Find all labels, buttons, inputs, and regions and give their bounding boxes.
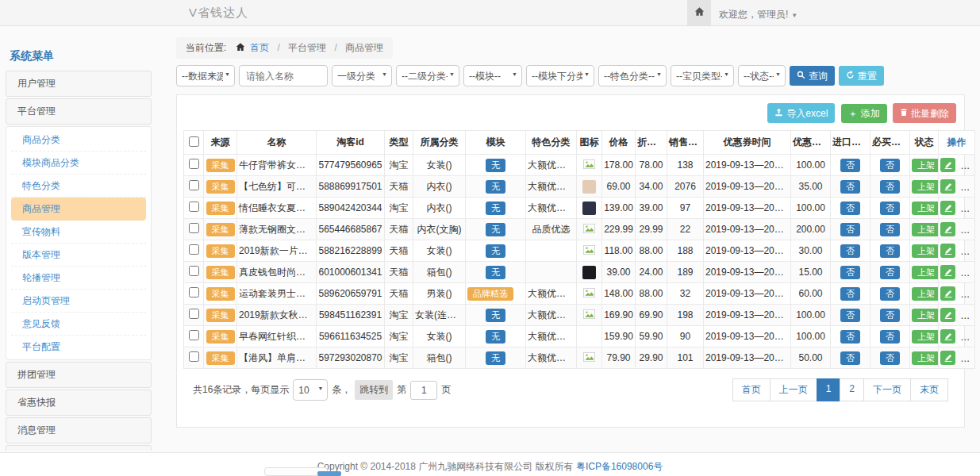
sidebar-item[interactable]: 版本管理 [11,244,146,267]
sidebar-item[interactable]: 启动页管理 [11,290,146,313]
page-button[interactable]: 上一页 [770,378,817,401]
row-checkbox[interactable] [189,223,199,233]
row-checkbox[interactable] [189,159,199,169]
sidebar-section[interactable]: 订单管理 [6,445,152,451]
sidebar-item[interactable]: 轮播管理 [11,267,146,290]
sidebar-section[interactable]: 拼团管理 [6,362,152,388]
select-all-checkbox[interactable] [189,136,199,147]
page-button[interactable]: 首页 [732,378,771,401]
breadcrumb-home-link[interactable]: 首页 [250,42,269,53]
filter-select[interactable]: --宝贝类型-- [671,65,734,86]
row-checkbox[interactable] [189,202,199,212]
reset-button[interactable]: 重置 [839,66,884,86]
delete-button[interactable] [960,179,974,194]
status-badge[interactable]: 上架 [912,202,939,215]
batch-delete-button[interactable]: 批量删除 [893,103,956,123]
page-button[interactable]: 末页 [910,378,948,401]
add-button[interactable]: ＋ 添加 [841,104,887,123]
row-checkbox[interactable] [189,330,199,340]
edit-button[interactable] [940,222,955,236]
must-buy-badge[interactable]: 否 [880,330,900,344]
status-badge[interactable]: 上架 [912,266,939,279]
edit-button[interactable] [940,286,955,301]
must-buy-badge[interactable]: 否 [880,159,900,172]
delete-button[interactable] [960,265,974,279]
filter-select[interactable]: --二级分类-- [396,65,459,86]
sidebar-item[interactable]: 宣传物料 [11,221,146,244]
page-button[interactable]: 1 [817,378,841,401]
must-buy-badge[interactable]: 否 [880,223,900,236]
sidebar-section[interactable]: 消息管理 [6,417,152,443]
import-select-badge[interactable]: 否 [840,159,860,172]
page-number-input[interactable] [410,381,437,400]
page-button[interactable]: 2 [840,378,864,401]
delete-button[interactable] [960,329,974,344]
row-checkbox[interactable] [189,266,199,276]
edit-button[interactable] [940,329,955,344]
filter-select[interactable]: --特色分类-- [598,65,667,86]
delete-button[interactable] [960,158,974,172]
import-select-badge[interactable]: 否 [840,351,860,365]
import-select-badge[interactable]: 否 [840,180,860,194]
sidebar-item[interactable]: 特色分类 [11,175,146,198]
delete-button[interactable] [960,201,974,215]
delete-button[interactable] [960,351,974,365]
status-badge[interactable]: 上架 [912,287,939,301]
import-select-badge[interactable]: 否 [840,244,860,258]
row-checkbox[interactable] [189,244,199,255]
must-buy-badge[interactable]: 否 [880,202,900,215]
edit-button[interactable] [940,308,955,322]
sidebar-item[interactable]: 模块商品分类 [11,152,146,175]
filter-select[interactable]: --模块下分类-- [526,65,594,86]
import-select-badge[interactable]: 否 [840,309,860,322]
import-select-badge[interactable]: 否 [840,202,860,215]
edit-button[interactable] [940,179,955,194]
delete-button[interactable] [960,222,974,236]
must-buy-badge[interactable]: 否 [880,287,900,301]
row-checkbox[interactable] [189,351,199,362]
edit-button[interactable] [940,351,955,365]
import-select-badge[interactable]: 否 [840,330,860,344]
status-badge[interactable]: 上架 [912,223,939,236]
import-select-badge[interactable]: 否 [840,287,860,301]
edit-button[interactable] [940,244,955,258]
sidebar-item[interactable]: 商品管理 [11,198,146,221]
edit-button[interactable] [940,158,955,172]
import-select-badge[interactable]: 否 [840,266,860,279]
filter-select[interactable]: --状态-- [738,65,786,86]
search-button[interactable]: 查询 [790,66,835,86]
must-buy-badge[interactable]: 否 [880,351,900,365]
filter-select[interactable]: 一级分类 [332,65,392,86]
jump-button[interactable]: 跳转到 [355,380,393,400]
must-buy-badge[interactable]: 否 [880,180,900,194]
row-checkbox[interactable] [189,180,199,190]
must-buy-badge[interactable]: 否 [880,244,900,258]
status-badge[interactable]: 上架 [912,351,939,365]
import-excel-button[interactable]: 导入excel [767,103,835,123]
must-buy-badge[interactable]: 否 [880,266,900,279]
status-badge[interactable]: 上架 [912,309,939,322]
row-checkbox[interactable] [189,287,199,298]
must-buy-badge[interactable]: 否 [880,309,900,322]
filter-select[interactable]: --数据来源-- [176,65,235,86]
status-badge[interactable]: 上架 [912,159,939,172]
sidebar-section[interactable]: 用户管理 [6,71,152,97]
status-badge[interactable]: 上架 [912,330,939,344]
edit-button[interactable] [940,265,955,279]
delete-button[interactable] [960,286,974,301]
filter-select[interactable]: --模块-- [463,65,522,86]
icp-link[interactable]: 粤ICP备16098006号 [576,461,663,472]
per-page-select[interactable]: 10 [293,379,328,401]
row-checkbox[interactable] [189,309,199,319]
home-shortcut-button[interactable] [687,0,711,25]
status-badge[interactable]: 上架 [912,180,939,194]
name-search-input[interactable] [239,65,328,86]
delete-button[interactable] [960,308,974,322]
sidebar-section[interactable]: 平台管理 [6,98,152,125]
sidebar-item[interactable]: 商品分类 [11,129,146,152]
import-select-badge[interactable]: 否 [840,223,860,236]
edit-button[interactable] [940,201,955,215]
sidebar-item[interactable]: 意见反馈 [11,313,146,336]
sidebar-section[interactable]: 省惠快报 [6,390,152,416]
sidebar-item[interactable]: 平台配置 [11,336,146,358]
